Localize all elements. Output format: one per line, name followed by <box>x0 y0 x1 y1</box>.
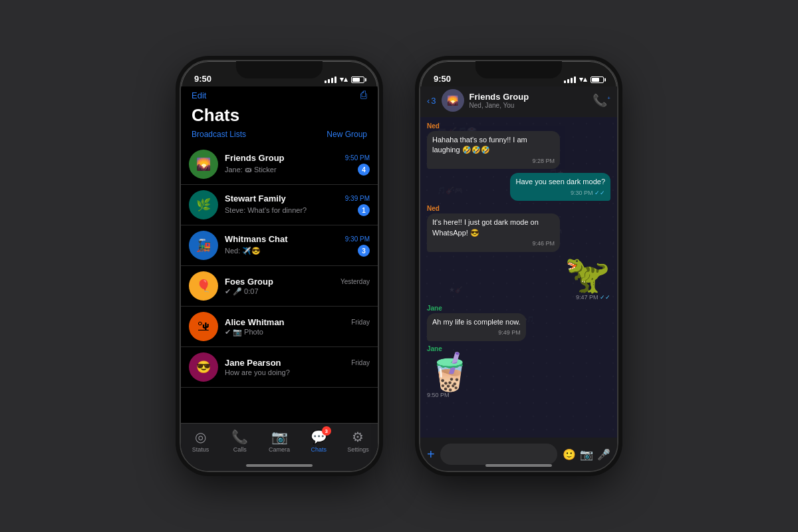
left-phone: 9:50 ▾▴ Edit ⎙ Chats Broadcast Lists New… <box>180 60 379 472</box>
msg-time-out-1: 9:30 PM ✓✓ <box>515 189 605 198</box>
chat-preview-friends-group: Jane: 🎟 Sticker <box>225 166 277 174</box>
wifi-icon-right: ▾▴ <box>579 75 587 84</box>
compose-button[interactable]: ⎙ <box>360 89 367 101</box>
msg-sticker-coffee: Jane 🧋 9:50 PM <box>427 345 610 398</box>
badge-friends-group: 4 <box>358 164 370 176</box>
wifi-icon: ▾▴ <box>340 75 348 84</box>
msg-time-ned-2: 9:46 PM <box>432 239 555 248</box>
group-members: Ned, Jane, You <box>469 102 588 109</box>
battery-icon-right <box>591 76 604 83</box>
tab-calls-label: Calls <box>233 446 247 453</box>
chat-header: ‹ 3 🌄 Friends Group Ned, Jane, You 📞+ <box>420 86 617 117</box>
chat-preview-whitmans-chat: Ned: ✈️😎 <box>225 247 261 255</box>
edit-button[interactable]: Edit <box>192 90 206 100</box>
back-button[interactable]: ‹ 3 <box>427 96 436 106</box>
chat-info-whitmans-chat: Whitmans Chat 9:30 PM Ned: ✈️😎 3 <box>225 234 370 257</box>
mic-button[interactable]: 🎤 <box>597 448 610 461</box>
chat-item-jane-pearson[interactable]: 😎 Jane Pearson Friday How are you doing? <box>181 347 378 388</box>
avatar-stewart-family: 🌿 <box>189 190 218 219</box>
chat-list: 🌄 Friends Group 9:50 PM Jane: 🎟 Sticker … <box>181 144 378 423</box>
tab-camera[interactable]: 📷 Camera <box>259 429 299 453</box>
chat-time-friends-group: 9:50 PM <box>345 154 370 162</box>
msg-ned-2: Ned It's here!! I just got dark mode on … <box>427 205 610 251</box>
home-indicator-right <box>485 464 552 467</box>
chats-title: Chats <box>192 105 367 126</box>
tab-chats-label: Chats <box>311 446 327 453</box>
chat-info-stewart-family: Stewart Family 9:39 PM Steve: What's for… <box>225 194 370 216</box>
back-chevron-icon: ‹ <box>427 96 430 106</box>
sender-name-ned-2: Ned <box>427 205 610 212</box>
chat-info-alice-whitman: Alice Whitman Friday ✔ 📷 Photo <box>225 317 370 336</box>
status-icons-right: ▾▴ <box>564 75 604 84</box>
chat-name-foes-group: Foes Group <box>225 277 273 287</box>
msg-text-ned-1: Hahaha that's so funny!! I am laughing 🤣… <box>432 136 527 154</box>
chat-item-whitmans-chat[interactable]: 🚂 Whitmans Chat 9:30 PM Ned: ✈️😎 3 <box>181 225 378 266</box>
chat-info-foes-group: Foes Group Yesterday ✔ 🎤 0:07 <box>225 277 370 296</box>
chat-name-whitmans-chat: Whitmans Chat <box>225 234 288 244</box>
avatar-foes-group: 🎈 <box>189 271 218 301</box>
chat-screen: ‹ 3 🌄 Friends Group Ned, Jane, You 📞+ 🎮🎸… <box>420 86 617 471</box>
right-phone: 9:50 ▾▴ ‹ 3 🌄 Friends Group Ned, Jane, Y… <box>419 60 618 472</box>
tab-settings[interactable]: ⚙ Settings <box>338 429 378 453</box>
sender-name-ned-1: Ned <box>427 122 610 130</box>
sticker-coffee: 🧋 <box>427 354 473 390</box>
chat-time-foes-group: Yesterday <box>340 278 370 285</box>
chat-item-stewart-family[interactable]: 🌿 Stewart Family 9:39 PM Steve: What's f… <box>181 185 378 225</box>
chat-info-friends-group: Friends Group 9:50 PM Jane: 🎟 Sticker 4 <box>225 153 370 176</box>
camera-button[interactable]: 📷 <box>580 448 593 461</box>
tick-sticker: ✓✓ <box>600 294 610 301</box>
camera-tab-icon: 📷 <box>271 429 288 445</box>
status-tab-icon: ◎ <box>195 429 206 445</box>
tab-camera-label: Camera <box>269 446 290 453</box>
settings-tab-icon: ⚙ <box>352 429 364 445</box>
plus-button[interactable]: + <box>427 447 435 462</box>
msg-time-jane-1: 9:49 PM <box>432 329 521 337</box>
home-indicator-left <box>246 464 313 467</box>
chat-item-alice-whitman[interactable]: 🏜 Alice Whitman Friday ✔ 📷 Photo <box>181 307 378 347</box>
avatar-friends-group: 🌄 <box>189 150 218 179</box>
status-icons-left: ▾▴ <box>325 75 364 84</box>
msg-text-jane-1: Ah my life is complete now. <box>432 318 521 326</box>
msg-text-ned-2: It's here!! I just got dark mode on What… <box>432 218 539 236</box>
sender-name-jane-1: Jane <box>427 305 610 312</box>
chats-header: Edit ⎙ Chats Broadcast Lists New Group <box>181 86 378 144</box>
chat-preview-alice-whitman: ✔ 📷 Photo <box>225 328 263 336</box>
tab-status[interactable]: ◎ Status <box>181 429 220 453</box>
tab-chats[interactable]: 💬 3 Chats <box>299 429 338 453</box>
msg-text-out-1: Have you seen dark mode? <box>515 178 605 186</box>
input-icons: 🙂 📷 🎤 <box>563 448 610 461</box>
broadcast-lists-button[interactable]: Broadcast Lists <box>192 130 246 139</box>
chats-tab-icon: 💬 3 <box>311 429 327 445</box>
avatar-alice-whitman: 🏜 <box>189 312 218 341</box>
msg-ned-1: Ned Hahaha that's so funny!! I am laughi… <box>427 122 610 169</box>
tab-settings-label: Settings <box>347 446 369 453</box>
chats-badge: 3 <box>322 426 331 436</box>
group-name: Friends Group <box>469 92 588 102</box>
group-avatar: 🌄 <box>442 89 464 112</box>
chat-name-jane-pearson: Jane Pearson <box>225 358 281 368</box>
tick-out-1: ✓✓ <box>595 190 605 196</box>
message-input[interactable] <box>440 444 557 465</box>
chat-time-alice-whitman: Friday <box>351 319 370 326</box>
chat-name-alice-whitman: Alice Whitman <box>225 317 285 327</box>
bubble-out-1: Have you seen dark mode? 9:30 PM ✓✓ <box>510 173 610 201</box>
msg-sticker-dino: 🦖 9:47 PM ✓✓ <box>565 256 610 301</box>
chat-time-stewart-family: 9:39 PM <box>345 195 370 202</box>
chat-item-foes-group[interactable]: 🎈 Foes Group Yesterday ✔ 🎤 0:07 <box>181 266 378 307</box>
chat-item-friends-group[interactable]: 🌄 Friends Group 9:50 PM Jane: 🎟 Sticker … <box>181 144 378 185</box>
msg-jane-1: Jane Ah my life is complete now. 9:49 PM <box>427 305 610 341</box>
signal-icon <box>325 76 336 83</box>
badge-whitmans-chat: 3 <box>358 245 370 257</box>
back-count: 3 <box>431 96 436 106</box>
msg-time-sticker-coffee: 9:50 PM <box>427 392 610 398</box>
tab-calls[interactable]: 📞 Calls <box>220 429 259 453</box>
new-group-button[interactable]: New Group <box>327 130 367 139</box>
chat-info-jane-pearson: Jane Pearson Friday How are you doing? <box>225 358 370 376</box>
call-button[interactable]: 📞+ <box>593 93 610 108</box>
chats-screen: Edit ⎙ Chats Broadcast Lists New Group 🌄… <box>181 86 378 471</box>
avatar-whitmans-chat: 🚂 <box>189 231 218 260</box>
msg-time-ned-1: 9:28 PM <box>432 157 555 166</box>
sticker-button[interactable]: 🙂 <box>563 448 576 461</box>
chat-messages: 🎮🎸🎵🎲 ★☆✦❋ 🎵🎸🎮 ❤♠♦♣ 🎵★ 🎸✦🎮🎲 ❋☆ 🎵🎮 ★🎸 ❤♦🎵 … <box>420 117 617 438</box>
group-info: Friends Group Ned, Jane, You <box>469 92 588 109</box>
